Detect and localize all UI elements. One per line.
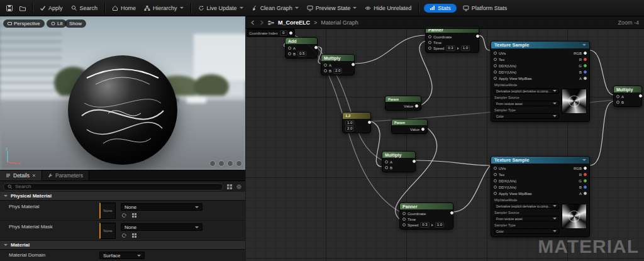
node-scalar-parameter[interactable]: Param Value: [385, 96, 421, 111]
sampler-type-dropdown[interactable]: Color: [494, 113, 559, 119]
output-pin[interactable]: [639, 94, 642, 97]
mip-value-mode-dropdown[interactable]: Derivative (explicit derivative to compu…: [494, 203, 559, 209]
input-pin[interactable]: [428, 47, 431, 50]
speed-y-value[interactable]: 1.0: [461, 45, 470, 51]
search-button[interactable]: Search: [67, 3, 102, 13]
output-pin[interactable]: [368, 121, 371, 124]
tab-details[interactable]: Details: [0, 170, 42, 180]
perspective-dropdown[interactable]: Perspective: [3, 19, 45, 28]
output-pin-b[interactable]: [584, 70, 587, 74]
input-pin[interactable]: [324, 69, 327, 72]
input-pin[interactable]: [402, 212, 406, 215]
input-pin[interactable]: [385, 166, 388, 169]
texture-preview-thumbnail[interactable]: [562, 204, 587, 229]
speed-y-value[interactable]: 1.0: [435, 222, 444, 228]
collapse-icon[interactable]: [582, 159, 586, 161]
phys-material-thumbnail[interactable]: None: [99, 203, 116, 219]
phys-material-mask-dropdown[interactable]: None: [121, 223, 203, 231]
node-constant2vector[interactable]: 1,2 1.0 2.0: [342, 112, 371, 133]
constant-value[interactable]: 2.0: [345, 126, 354, 131]
preview-viewport[interactable]: Perspective Lit Show z x: [0, 16, 245, 170]
input-pin[interactable]: [288, 52, 291, 55]
show-dropdown[interactable]: Show: [65, 19, 86, 28]
viewport-control-button[interactable]: [218, 160, 225, 167]
node-texcoord[interactable]: Coordinate Index 0: [247, 29, 295, 37]
input-pin[interactable]: [494, 52, 497, 55]
output-pin-r[interactable]: [584, 173, 587, 176]
use-selected-icon[interactable]: [121, 213, 127, 218]
input-pin[interactable]: [494, 186, 497, 189]
sampler-source-dropdown[interactable]: From texture asset: [494, 216, 559, 221]
viewport-control-button[interactable]: [209, 160, 216, 167]
input-pin[interactable]: [494, 58, 497, 61]
speed-x-value[interactable]: 0.3: [420, 222, 429, 228]
input-pin[interactable]: [385, 160, 388, 164]
input-pin[interactable]: [494, 192, 497, 195]
output-pin[interactable]: [476, 35, 479, 38]
output-pin[interactable]: [415, 104, 418, 108]
node-multiply[interactable]: Multiply A B: [613, 86, 642, 107]
pin-default-value[interactable]: 2.0: [333, 68, 342, 74]
node-add[interactable]: Add A B0.5: [285, 37, 318, 58]
output-pin[interactable]: [352, 63, 355, 66]
output-pin-rgb[interactable]: [584, 52, 587, 55]
search-input[interactable]: [15, 184, 219, 189]
input-pin[interactable]: [616, 101, 619, 104]
input-pin[interactable]: [428, 41, 431, 44]
node-multiply[interactable]: Multiply A B: [382, 151, 416, 172]
preview-state-button[interactable]: Preview State: [303, 3, 361, 13]
output-pin[interactable]: [314, 46, 318, 49]
tab-parameters[interactable]: Parameters: [42, 170, 89, 180]
texcoord-value[interactable]: 0: [280, 30, 287, 36]
input-pin[interactable]: [494, 70, 497, 74]
breadcrumb-asset-name[interactable]: M_CoreELC: [278, 19, 310, 26]
gear-icon[interactable]: [236, 184, 242, 190]
browse-asset-icon[interactable]: [131, 213, 137, 218]
material-preview-sphere[interactable]: [68, 55, 177, 165]
speed-x-value[interactable]: 0.3: [446, 45, 455, 51]
mip-value-mode-dropdown[interactable]: Derivative (explicit derivative to compu…: [494, 88, 559, 94]
input-pin[interactable]: [402, 218, 406, 221]
input-pin[interactable]: [288, 47, 291, 50]
output-pin-b[interactable]: [584, 186, 587, 189]
node-scalar-parameter[interactable]: Param Value: [391, 119, 428, 134]
input-pin[interactable]: [494, 167, 497, 170]
pin-default-value[interactable]: 0.5: [297, 51, 306, 57]
node-panner[interactable]: Panner Coordinate Time Speed0.31.0: [425, 26, 479, 53]
input-pin[interactable]: [494, 179, 497, 182]
filter-grid-icon[interactable]: [226, 184, 233, 190]
live-update-button[interactable]: Live Update: [194, 3, 247, 13]
phys-material-dropdown[interactable]: None: [121, 203, 203, 211]
node-multiply[interactable]: Multiply A B2.0: [321, 54, 355, 75]
input-pin[interactable]: [428, 35, 431, 38]
output-pin[interactable]: [289, 31, 292, 35]
output-pin-g[interactable]: [584, 64, 587, 67]
output-pin-a[interactable]: [584, 192, 587, 195]
collapse-icon[interactable]: [582, 44, 586, 46]
browse-button[interactable]: [16, 3, 29, 14]
hide-unrelated-button[interactable]: Hide Unrelated: [361, 3, 415, 13]
hierarchy-button[interactable]: Hierarchy: [140, 3, 187, 13]
output-pin[interactable]: [450, 211, 453, 214]
output-pin[interactable]: [421, 128, 425, 131]
section-material[interactable]: Material: [0, 241, 245, 250]
input-pin[interactable]: [616, 95, 619, 98]
viewport-control-button[interactable]: [236, 160, 242, 167]
material-domain-dropdown[interactable]: Surface: [99, 252, 145, 259]
output-pin-rgb[interactable]: [584, 167, 587, 170]
sampler-type-dropdown[interactable]: Color: [494, 228, 559, 234]
stats-button[interactable]: Stats: [424, 4, 457, 13]
nav-forward-icon[interactable]: [259, 20, 264, 25]
clean-graph-button[interactable]: Clean Graph: [248, 3, 303, 13]
save-button[interactable]: [3, 3, 16, 14]
input-pin[interactable]: [494, 77, 497, 80]
close-icon[interactable]: [32, 174, 36, 177]
details-search-box[interactable]: [3, 183, 223, 191]
apply-button[interactable]: Apply: [36, 3, 67, 13]
output-pin-r[interactable]: [584, 58, 587, 61]
nav-back-icon[interactable]: [250, 20, 255, 25]
node-panner[interactable]: Panner Coordinate Time Speed0.31.0: [399, 203, 453, 230]
use-selected-icon[interactable]: [121, 233, 127, 238]
input-pin[interactable]: [494, 64, 497, 67]
phys-material-mask-thumbnail[interactable]: None: [99, 223, 116, 239]
